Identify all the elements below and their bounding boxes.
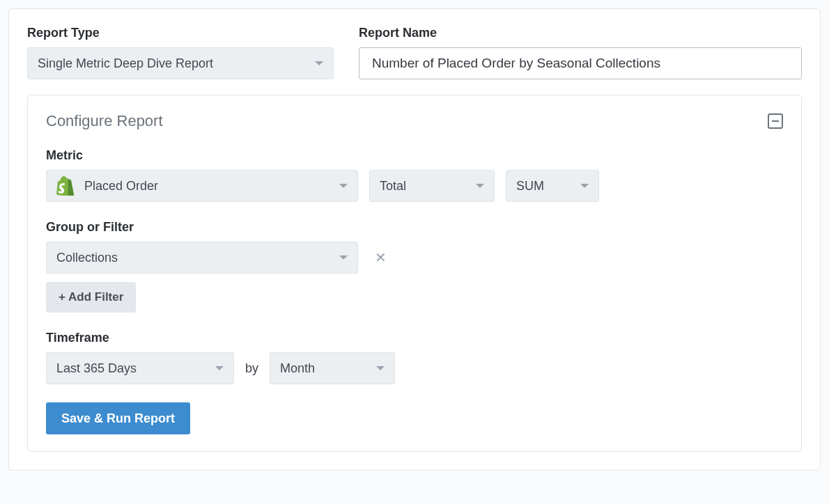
group-filter-value: Collections <box>56 251 118 265</box>
metric-measure-value: Total <box>380 179 406 194</box>
add-filter-button[interactable]: + Add Filter <box>46 282 136 313</box>
group-filter-select[interactable]: Collections <box>46 242 358 274</box>
timeframe-range-value: Last 365 Days <box>56 361 137 376</box>
remove-filter-button[interactable]: ✕ <box>369 251 392 265</box>
chevron-down-icon <box>339 184 348 188</box>
chevron-down-icon <box>376 366 385 370</box>
group-filter-row: Collections ✕ <box>46 242 783 274</box>
report-type-group: Report Type Single Metric Deep Dive Repo… <box>27 26 334 79</box>
timeframe-row: Last 365 Days by Month <box>46 352 783 384</box>
metric-agg-value: SUM <box>516 179 544 194</box>
close-icon: ✕ <box>375 250 387 265</box>
report-type-label: Report Type <box>27 26 334 40</box>
report-name-label: Report Name <box>359 26 802 40</box>
shopify-icon <box>56 176 75 196</box>
top-row: Report Type Single Metric Deep Dive Repo… <box>27 26 802 79</box>
configure-header: Configure Report <box>46 112 783 130</box>
metric-select[interactable]: Placed Order <box>46 170 358 202</box>
minus-icon <box>772 120 779 122</box>
timeframe-range-select[interactable]: Last 365 Days <box>46 352 234 384</box>
collapse-button[interactable] <box>768 113 783 129</box>
report-name-input[interactable] <box>359 47 802 79</box>
timeframe-unit-value: Month <box>280 361 315 376</box>
chevron-down-icon <box>215 366 224 370</box>
metric-agg-select[interactable]: SUM <box>506 170 599 202</box>
report-type-select[interactable]: Single Metric Deep Dive Report <box>27 47 334 79</box>
metric-label: Metric <box>46 148 783 163</box>
report-name-group: Report Name <box>359 26 802 79</box>
timeframe-unit-select[interactable]: Month <box>270 352 395 384</box>
timeframe-by-text: by <box>245 361 258 376</box>
chevron-down-icon <box>580 184 589 188</box>
report-type-value: Single Metric Deep Dive Report <box>38 56 213 71</box>
metric-row: Placed Order Total SUM <box>46 170 783 202</box>
configure-report-panel: Configure Report Metric Placed Order <box>27 95 802 452</box>
timeframe-label: Timeframe <box>46 331 783 345</box>
configure-title: Configure Report <box>46 112 163 130</box>
add-filter-row: + Add Filter <box>46 282 783 313</box>
chevron-down-icon <box>339 255 348 260</box>
metric-value: Placed Order <box>84 179 158 194</box>
save-run-button[interactable]: Save & Run Report <box>46 402 190 434</box>
chevron-down-icon <box>476 184 484 188</box>
metric-measure-select[interactable]: Total <box>369 170 495 202</box>
group-filter-label: Group or Filter <box>46 220 783 235</box>
chevron-down-icon <box>315 61 323 65</box>
report-builder-panel: Report Type Single Metric Deep Dive Repo… <box>8 8 821 471</box>
